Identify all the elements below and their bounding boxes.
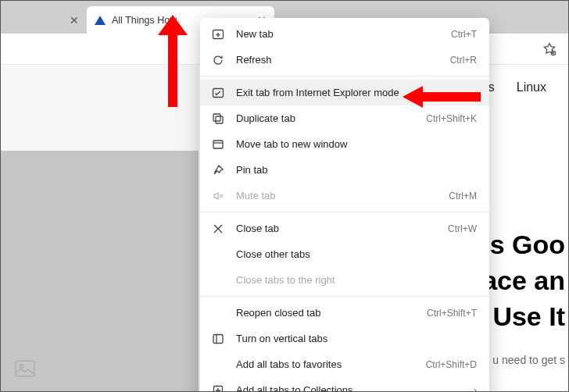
menu-item[interactable]: New tabCtrl+T — [200, 21, 489, 47]
menu-item[interactable]: Pin tab — [200, 157, 489, 183]
svg-rect-8 — [213, 334, 223, 343]
menu-shortcut: Ctrl+Shift+K — [426, 113, 477, 124]
svg-rect-5 — [213, 114, 220, 121]
vtabs-icon — [211, 332, 225, 346]
menu-item-label: Add all tabs to favorites — [236, 358, 415, 370]
collections-icon — [211, 383, 225, 393]
menu-item[interactable]: Turn on vertical tabs — [200, 326, 489, 351]
menu-separator — [200, 212, 489, 212]
menu-item-label: Pin tab — [236, 164, 477, 176]
menu-item: Mute tabCtrl+M — [200, 183, 489, 208]
annotation-arrow-up — [155, 15, 191, 107]
menu-item[interactable]: Reopen closed tabCtrl+Shift+T — [200, 300, 489, 326]
nav-link[interactable]: Linux — [517, 80, 546, 94]
menu-item[interactable]: Close other tabs — [200, 241, 489, 267]
inactive-tab[interactable]: ✕ — [1, 6, 87, 34]
blank-icon — [211, 358, 225, 372]
menu-item[interactable]: Move tab to new window — [200, 131, 489, 157]
menu-shortcut: Ctrl+M — [449, 191, 477, 201]
menu-item-label: New tab — [236, 28, 440, 40]
mute-icon — [211, 189, 225, 203]
menu-separator — [200, 296, 489, 297]
svg-rect-1 — [16, 361, 34, 376]
svg-rect-6 — [216, 116, 223, 123]
menu-shortcut: Ctrl+R — [450, 55, 477, 66]
menu-item-label: Close tab — [236, 223, 437, 234]
menu-shortcut: Ctrl+Shift+T — [427, 308, 477, 319]
window-icon — [211, 137, 225, 151]
menu-item-label: Duplicate tab — [236, 112, 415, 124]
refresh-icon — [211, 53, 225, 67]
sidebar — [1, 65, 199, 392]
chevron-right-icon: › — [474, 385, 477, 393]
menu-item-label: Turn on vertical tabs — [236, 333, 477, 344]
menu-item[interactable]: Add all tabs to Collections› — [200, 377, 489, 392]
menu-item-label: Add all tabs to Collections — [236, 384, 463, 392]
tab-context-menu: New tabCtrl+TRefreshCtrl+RExit tab from … — [200, 18, 489, 392]
menu-item-label: Reopen closed tab — [236, 307, 416, 319]
ie-icon — [211, 86, 225, 100]
close-icon[interactable]: ✕ — [70, 14, 79, 27]
menu-item[interactable]: RefreshCtrl+R — [200, 47, 489, 73]
menu-item-label: Close other tabs — [236, 248, 477, 260]
pin-icon — [211, 163, 225, 177]
menu-item-label: Move tab to new window — [236, 138, 477, 150]
menu-item[interactable]: Add all tabs to favoritesCtrl+Shift+D — [200, 351, 489, 377]
menu-item-label: Mute tab — [236, 190, 438, 201]
blank-icon — [211, 273, 225, 287]
menu-shortcut: Ctrl+W — [448, 223, 477, 234]
menu-item[interactable]: Close tabCtrl+W — [200, 216, 489, 241]
menu-item-label: Refresh — [236, 54, 439, 66]
favorites-icon[interactable] — [542, 41, 557, 57]
image-placeholder-icon — [15, 360, 35, 377]
menu-shortcut: Ctrl+Shift+D — [426, 359, 477, 370]
close-icon — [211, 222, 225, 236]
menu-item-label: Close tabs to the right — [236, 274, 477, 286]
blank-icon — [211, 248, 225, 262]
menu-shortcut: Ctrl+T — [451, 29, 477, 40]
newtab-icon — [211, 27, 225, 41]
duplicate-icon — [211, 112, 225, 126]
svg-rect-7 — [213, 141, 223, 148]
blank-icon — [211, 306, 225, 320]
menu-separator — [200, 76, 489, 77]
menu-item: Close tabs to the right — [200, 267, 489, 293]
svg-point-2 — [20, 365, 23, 368]
site-favicon-icon — [95, 16, 106, 25]
annotation-arrow-right — [403, 83, 481, 111]
